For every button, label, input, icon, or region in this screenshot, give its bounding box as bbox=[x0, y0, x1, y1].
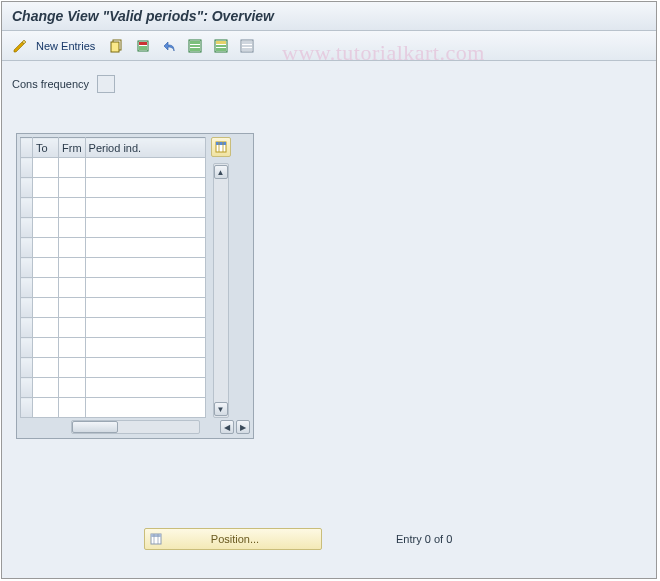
copy-as-icon[interactable] bbox=[107, 36, 127, 56]
svg-rect-12 bbox=[216, 48, 226, 51]
svg-rect-18 bbox=[216, 142, 226, 145]
footer-row: Position... Entry 0 of 0 bbox=[2, 528, 656, 550]
valid-periods-table-container: To Frm Period ind. bbox=[16, 133, 254, 439]
cons-frequency-label: Cons frequency bbox=[12, 78, 89, 90]
cell-frm[interactable] bbox=[59, 338, 86, 358]
row-selector[interactable] bbox=[21, 158, 33, 178]
scroll-left-button[interactable]: ◀ bbox=[220, 420, 234, 434]
cell-frm[interactable] bbox=[59, 238, 86, 258]
cell-frm[interactable] bbox=[59, 258, 86, 278]
scroll-right-button[interactable]: ▶ bbox=[236, 420, 250, 434]
cell-to[interactable] bbox=[33, 178, 59, 198]
table-row bbox=[21, 178, 206, 198]
column-header-frm[interactable]: Frm bbox=[59, 138, 86, 158]
delete-icon[interactable] bbox=[133, 36, 153, 56]
row-selector[interactable] bbox=[21, 398, 33, 418]
position-icon bbox=[145, 532, 167, 546]
cell-to[interactable] bbox=[33, 358, 59, 378]
hscroll-track[interactable] bbox=[71, 420, 200, 434]
table-settings-button[interactable] bbox=[211, 137, 231, 157]
table-row bbox=[21, 338, 206, 358]
position-button-label: Position... bbox=[167, 533, 321, 545]
cons-frequency-input[interactable] bbox=[97, 75, 115, 93]
cell-to[interactable] bbox=[33, 398, 59, 418]
select-block-icon[interactable] bbox=[211, 36, 231, 56]
cell-to[interactable] bbox=[33, 198, 59, 218]
row-selector[interactable] bbox=[21, 298, 33, 318]
cell-frm[interactable] bbox=[59, 178, 86, 198]
cell-period[interactable] bbox=[85, 298, 205, 318]
table-row bbox=[21, 198, 206, 218]
cell-period[interactable] bbox=[85, 378, 205, 398]
cell-frm[interactable] bbox=[59, 298, 86, 318]
cell-to[interactable] bbox=[33, 278, 59, 298]
svg-rect-14 bbox=[242, 41, 252, 44]
row-selector[interactable] bbox=[21, 278, 33, 298]
table-body bbox=[21, 158, 206, 418]
cell-period[interactable] bbox=[85, 318, 205, 338]
table-row bbox=[21, 278, 206, 298]
cell-period[interactable] bbox=[85, 398, 205, 418]
cell-period[interactable] bbox=[85, 158, 205, 178]
cell-to[interactable] bbox=[33, 158, 59, 178]
cell-frm[interactable] bbox=[59, 198, 86, 218]
new-entries-button[interactable]: New Entries bbox=[36, 40, 95, 52]
select-all-rows-button[interactable] bbox=[21, 138, 33, 158]
svg-rect-16 bbox=[242, 48, 252, 51]
scroll-down-button[interactable]: ▼ bbox=[214, 402, 228, 416]
cell-frm[interactable] bbox=[59, 398, 86, 418]
cell-period[interactable] bbox=[85, 338, 205, 358]
select-all-icon[interactable] bbox=[185, 36, 205, 56]
cell-period[interactable] bbox=[85, 278, 205, 298]
cell-period[interactable] bbox=[85, 358, 205, 378]
cell-frm[interactable] bbox=[59, 318, 86, 338]
table-row bbox=[21, 258, 206, 278]
cell-frm[interactable] bbox=[59, 358, 86, 378]
cell-to[interactable] bbox=[33, 258, 59, 278]
row-selector[interactable] bbox=[21, 178, 33, 198]
cell-to[interactable] bbox=[33, 378, 59, 398]
svg-rect-3 bbox=[139, 42, 147, 45]
cell-frm[interactable] bbox=[59, 218, 86, 238]
cell-period[interactable] bbox=[85, 178, 205, 198]
cell-to[interactable] bbox=[33, 218, 59, 238]
undo-change-icon[interactable] bbox=[159, 36, 179, 56]
window-title: Change View "Valid periods": Overview bbox=[2, 2, 656, 31]
row-selector[interactable] bbox=[21, 338, 33, 358]
cell-to[interactable] bbox=[33, 298, 59, 318]
app-window: Change View "Valid periods": Overview Ne… bbox=[1, 1, 657, 579]
hscroll-thumb[interactable] bbox=[72, 421, 118, 433]
cell-to[interactable] bbox=[33, 318, 59, 338]
horizontal-scrollbar[interactable]: ◀ ▶ bbox=[43, 419, 250, 435]
row-selector[interactable] bbox=[21, 378, 33, 398]
cell-to[interactable] bbox=[33, 338, 59, 358]
table-row bbox=[21, 398, 206, 418]
row-selector[interactable] bbox=[21, 198, 33, 218]
cell-period[interactable] bbox=[85, 238, 205, 258]
table-row bbox=[21, 158, 206, 178]
vertical-scrollbar[interactable]: ▲ ▼ bbox=[213, 163, 229, 418]
row-selector[interactable] bbox=[21, 258, 33, 278]
svg-rect-4 bbox=[139, 46, 147, 50]
column-header-to[interactable]: To bbox=[33, 138, 59, 158]
cell-period[interactable] bbox=[85, 198, 205, 218]
row-selector[interactable] bbox=[21, 238, 33, 258]
cell-period[interactable] bbox=[85, 258, 205, 278]
entry-status-text: Entry 0 of 0 bbox=[396, 533, 452, 545]
cell-frm[interactable] bbox=[59, 278, 86, 298]
table-side-controls: ▲ ▼ bbox=[210, 137, 232, 418]
cell-frm[interactable] bbox=[59, 378, 86, 398]
cell-frm[interactable] bbox=[59, 158, 86, 178]
toggle-display-change-icon[interactable] bbox=[10, 36, 30, 56]
cell-to[interactable] bbox=[33, 238, 59, 258]
row-selector[interactable] bbox=[21, 358, 33, 378]
scroll-up-button[interactable]: ▲ bbox=[214, 165, 228, 179]
row-selector[interactable] bbox=[21, 318, 33, 338]
table-row bbox=[21, 218, 206, 238]
column-header-period-ind[interactable]: Period ind. bbox=[85, 138, 205, 158]
deselect-all-icon[interactable] bbox=[237, 36, 257, 56]
position-button[interactable]: Position... bbox=[144, 528, 322, 550]
row-selector[interactable] bbox=[21, 218, 33, 238]
cell-period[interactable] bbox=[85, 218, 205, 238]
table-row bbox=[21, 358, 206, 378]
